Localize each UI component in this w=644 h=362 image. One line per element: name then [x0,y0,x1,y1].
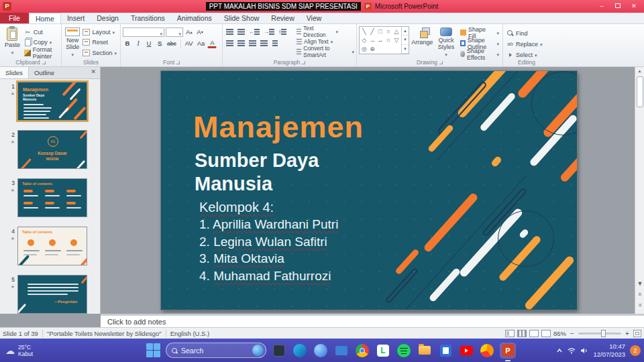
replace-button[interactable]: ab Replace [505,39,548,49]
align-left-button[interactable] [225,39,235,48]
text-shadow-button[interactable]: S [155,39,164,48]
shape-diamond-icon[interactable]: ◇ [361,37,368,44]
reset-button[interactable]: Reset [81,38,118,47]
new-slide-button[interactable]: New Slide [64,26,81,58]
copilot-icon[interactable] [313,343,329,359]
maximize-button[interactable] [610,1,625,11]
notes-pane[interactable]: Click to add notes [101,314,644,327]
arrange-button[interactable]: Arrange [411,26,433,58]
shape-triangle-icon[interactable]: △ [393,28,400,35]
tab-design[interactable]: Design [91,13,125,23]
grow-font-button[interactable]: A▴ [184,27,194,37]
panel-tab-outline[interactable]: Outline [29,67,60,78]
scroll-up-icon[interactable]: ▲ [635,67,644,76]
tab-file[interactable]: File [0,13,29,23]
select-button[interactable]: Select [505,50,548,60]
shape-ellipse-icon[interactable]: ○ [385,28,392,35]
vertical-scrollbar[interactable]: ▲ ▼ « « [635,67,644,314]
font-dialog-launcher[interactable] [176,61,180,64]
hidden-icons-chevron[interactable] [556,348,563,353]
fit-to-window-button[interactable] [633,330,641,337]
increase-indent-button[interactable]: → [262,27,276,37]
align-right-button[interactable] [248,39,258,48]
slide-thumbnail-2[interactable]: 01 Konsep Dasar MSDM [17,130,87,169]
shape-rectangle-icon[interactable]: □ [377,28,384,35]
search-assistant-icon[interactable] [252,345,264,356]
slide-show-button[interactable] [541,330,551,337]
network-icon[interactable] [568,347,576,354]
zoom-slider[interactable] [578,333,621,335]
scrollbar-thumb[interactable] [637,76,643,107]
line-spacing-button[interactable]: ↕ [277,27,288,37]
shape-star-icon[interactable]: ☆ [385,37,392,44]
volume-icon[interactable] [580,347,588,354]
shape-down-triangle-icon[interactable]: ▽ [393,37,400,44]
normal-view-button[interactable] [505,330,515,337]
tab-view[interactable]: View [301,13,328,23]
paragraph-dialog-launcher[interactable] [302,61,305,64]
decrease-indent-button[interactable]: ← [248,27,261,37]
shape-double-arrow-icon[interactable]: ↔ [377,37,384,44]
change-case-button[interactable]: Aa [196,39,207,48]
panel-tab-slides[interactable]: Slides [0,67,29,78]
tab-review[interactable]: Review [265,13,300,23]
panel-close-icon[interactable]: ✕ [87,67,100,78]
slide-canvas[interactable]: Manajemen Sumber Daya Manusia Kelompok 4… [161,71,577,310]
shape-effects-button[interactable]: Shape Effects [459,49,500,59]
tab-slide-show[interactable]: Slide Show [218,13,266,23]
tab-insert[interactable]: Insert [61,13,91,23]
quick-styles-button[interactable]: Quick Styles [435,26,458,58]
zoom-in-button[interactable]: + [624,330,631,337]
slide-sorter-view-button[interactable] [517,330,527,337]
browser-icon[interactable] [479,343,495,359]
weather-widget[interactable]: ☁ 25°C Kabut [5,344,33,357]
mail-icon[interactable] [333,343,350,359]
slide-editor-area[interactable]: Manajemen Sumber Daya Manusia Kelompok 4… [101,67,635,314]
character-spacing-button[interactable]: AV [184,39,195,48]
slide-thumbnail-4[interactable]: Table of contents [17,227,87,265]
powerpoint-taskbar-icon[interactable]: P [500,343,516,359]
shape-plus-icon[interactable]: ⊕ [369,46,376,52]
slide-subtitle-text[interactable]: Sumber Daya Manusia [195,149,319,196]
zoom-slider-thumb[interactable] [601,330,606,337]
calculator-icon[interactable] [437,343,453,359]
slide-thumbnail-5[interactable]: —Pengertian [17,275,87,314]
align-center-button[interactable] [236,39,246,48]
shrink-font-button[interactable]: A▾ [195,27,205,37]
folder-icon[interactable] [417,343,433,359]
youtube-icon[interactable] [458,343,474,359]
italic-button[interactable]: I [133,39,143,48]
shape-line-icon[interactable]: ╲ [361,28,368,35]
language-indicator[interactable]: English (U.S.) [170,330,210,337]
edge-icon[interactable] [292,343,308,359]
tab-animations[interactable]: Animations [171,13,218,23]
numbering-button[interactable] [236,27,246,37]
strikethrough-button[interactable]: abc [166,39,178,48]
shapes-scroll-down[interactable]: ▼ [402,36,409,44]
drawing-dialog-launcher[interactable] [439,61,443,64]
convert-to-smartart-button[interactable]: Convert to SmartArt [297,47,354,56]
shape-circle2-icon[interactable]: ◎ [361,46,368,52]
start-button[interactable] [145,343,161,359]
minimize-button[interactable]: – [594,1,609,11]
section-button[interactable]: Section [81,48,118,58]
title-bar[interactable]: P PPT MAKALAH BISNIS SDM SIAP PRESENTASI… [0,0,644,13]
clock[interactable]: 10:47 12/07/2023 [593,343,625,358]
bullets-button[interactable] [225,27,235,37]
format-painter-button[interactable]: Format Painter [23,48,59,58]
find-button[interactable]: Find [505,28,548,38]
shapes-gallery[interactable]: ╲ ╱ □ ○ △ ◇ → ↔ ☆ ▽ ◎ ⊕ ▲ ▼ ▼ [359,26,409,54]
shapes-gallery-scroll[interactable]: ▲ ▼ ▼ [401,27,409,54]
shapes-more-button[interactable]: ▼ [402,45,409,54]
scroll-down-icon[interactable]: ▼ [635,280,644,291]
search-box[interactable]: Search [166,343,266,358]
font-color-button[interactable]: A [207,38,217,48]
bold-button[interactable]: B [123,39,132,48]
columns-button[interactable] [270,39,280,48]
notification-badge[interactable]: 2 [630,345,641,356]
slide-title-text[interactable]: Manajemen [193,110,364,145]
chrome-icon[interactable] [354,343,370,359]
cut-button[interactable]: ✂ Cut [23,27,59,37]
spotify-icon[interactable] [396,343,412,359]
taskbar-app-dark[interactable] [271,343,287,359]
